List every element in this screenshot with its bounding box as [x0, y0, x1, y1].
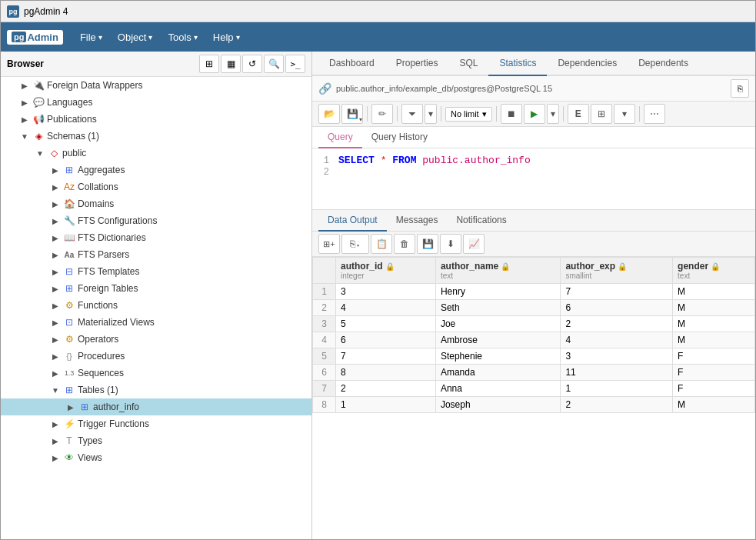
tree-item-fts-templates[interactable]: ▶ ⊟ FTS Templates [1, 263, 311, 280]
cell-author-name[interactable]: Amanda [435, 365, 560, 381]
col-header-gender[interactable]: gender 🔒 text [673, 258, 755, 284]
menu-tools[interactable]: Tools ▾ [160, 28, 205, 46]
cell-author-name[interactable]: Ambrose [435, 332, 560, 348]
btn-filter[interactable]: ⏷ [401, 104, 423, 124]
cell-gender[interactable]: M [673, 300, 755, 316]
tree-item-functions[interactable]: ▶ ⚙ Functions [1, 297, 311, 314]
btn-delete-row[interactable]: 🗑 [394, 234, 415, 254]
cell-author-name[interactable]: Joseph [435, 397, 560, 413]
tree-item-publications[interactable]: ▶ 📢 Publications [1, 111, 311, 128]
cell-gender[interactable]: M [673, 332, 755, 348]
expander-author-info[interactable]: ▶ [65, 402, 76, 412]
btn-more[interactable]: ⋯ [644, 104, 665, 124]
cell-gender[interactable]: F [673, 348, 755, 365]
btn-run[interactable]: ▶ [524, 104, 545, 124]
btn-save[interactable]: 💾▾ [341, 104, 363, 124]
btn-copy-data[interactable]: ⎘▾ [341, 234, 369, 254]
col-header-author-name[interactable]: author_name 🔒 text [435, 258, 560, 284]
expander-fts-parsers[interactable]: ▶ [50, 249, 61, 260]
cell-author-name[interactable]: Seth [435, 300, 560, 316]
menu-help[interactable]: Help ▾ [205, 28, 248, 46]
expander-functions[interactable]: ▶ [50, 300, 61, 311]
expander-views[interactable]: ▶ [50, 452, 61, 463]
cell-author-exp[interactable]: 1 [561, 381, 673, 397]
tree-item-views[interactable]: ▶ 👁 Views [1, 449, 311, 466]
col-header-author-id[interactable]: author_id 🔒 integer [336, 258, 436, 284]
cell-author-id[interactable]: 7 [336, 348, 436, 365]
tab-dependencies[interactable]: Dependencies [547, 52, 628, 76]
tree-item-fts-dicts[interactable]: ▶ 📖 FTS Dictionaries [1, 229, 311, 246]
cell-author-id[interactable]: 3 [336, 284, 436, 300]
query-tab-query[interactable]: Query [318, 127, 362, 148]
browser-btn-search[interactable]: 🔍 [264, 55, 284, 73]
tab-dependents[interactable]: Dependents [628, 52, 699, 76]
tree-item-trigger-functions[interactable]: ▶ ⚡ Trigger Functions [1, 415, 311, 432]
tree-item-aggregates[interactable]: ▶ ⊞ Aggregates [1, 162, 311, 178]
btn-chart[interactable]: 📈 [463, 234, 485, 254]
expander-fts-templates[interactable]: ▶ [50, 266, 61, 277]
btn-stop[interactable]: ⏹ [501, 104, 522, 124]
tree-item-domains[interactable]: ▶ 🏠 Domains [1, 195, 311, 212]
tab-properties[interactable]: Properties [385, 52, 449, 76]
btn-open-folder[interactable]: 📂 [318, 104, 340, 124]
cell-author-exp[interactable]: 6 [561, 300, 673, 316]
tab-statistics[interactable]: Statistics [488, 52, 547, 76]
cell-author-id[interactable]: 1 [336, 397, 436, 413]
tree-item-operators[interactable]: ▶ ⚙ Operators [1, 331, 311, 348]
tab-sql[interactable]: SQL [448, 52, 488, 76]
tree-item-types[interactable]: ▶ T Types [1, 432, 311, 449]
btn-add-row[interactable]: ⊞+ [318, 234, 340, 254]
tree-item-tables[interactable]: ▼ ⊞ Tables (1) [1, 382, 311, 398]
cell-author-id[interactable]: 6 [336, 332, 436, 348]
cell-author-exp[interactable]: 2 [561, 397, 673, 413]
btn-edit[interactable]: ✏ [371, 104, 393, 124]
btn-run-dropdown[interactable]: ▾ [547, 104, 559, 124]
cell-author-id[interactable]: 4 [336, 300, 436, 316]
cell-author-exp[interactable]: 4 [561, 332, 673, 348]
expander-publications[interactable]: ▶ [19, 114, 30, 125]
browser-btn-table[interactable]: ⊞ [199, 55, 219, 73]
btn-filter-dropdown[interactable]: ▾ [425, 104, 437, 124]
cell-author-exp[interactable]: 3 [561, 348, 673, 365]
cell-gender[interactable]: M [673, 284, 755, 300]
sql-editor[interactable]: 1 SELECT * FROM public.author_info 2 [312, 148, 755, 210]
data-tab-messages[interactable]: Messages [387, 210, 448, 232]
tree-item-sequences[interactable]: ▶ 1.3 Sequences [1, 365, 311, 382]
tree-item-foreign-tables[interactable]: ▶ ⊞ Foreign Tables [1, 280, 311, 297]
expander-tables[interactable]: ▼ [50, 385, 61, 395]
limit-select[interactable]: No limit ▾ [445, 107, 492, 122]
expander-foreign-tables[interactable]: ▶ [50, 283, 61, 294]
data-tab-output[interactable]: Data Output [318, 210, 387, 232]
cell-gender[interactable]: M [673, 316, 755, 332]
col-header-author-exp[interactable]: author_exp 🔒 smallint [561, 258, 673, 284]
tree-item-schemas[interactable]: ▼ ◈ Schemas (1) [1, 128, 311, 145]
cell-author-name[interactable]: Henry [435, 284, 560, 300]
expander-aggregates[interactable]: ▶ [50, 165, 61, 175]
data-tab-notifications[interactable]: Notifications [447, 210, 515, 232]
cell-author-id[interactable]: 5 [336, 316, 436, 332]
expander-materialized-views[interactable]: ▶ [50, 317, 61, 328]
expander-sequences[interactable]: ▶ [50, 368, 61, 378]
expander-public[interactable]: ▼ [35, 148, 45, 158]
cell-author-exp[interactable]: 11 [561, 365, 673, 381]
cell-gender[interactable]: F [673, 365, 755, 381]
tree-item-languages[interactable]: ▶ 💬 Languages [1, 94, 311, 111]
cell-author-name[interactable]: Anna [435, 381, 560, 397]
cell-author-exp[interactable]: 2 [561, 316, 673, 332]
tree-item-collations[interactable]: ▶ Az Collations [1, 178, 311, 195]
tree-item-public[interactable]: ▼ ◇ public [1, 145, 311, 162]
tree-item-fts-configs[interactable]: ▶ 🔧 FTS Configurations [1, 212, 311, 229]
btn-explain[interactable]: E [568, 104, 589, 124]
cell-gender[interactable]: F [673, 381, 755, 397]
btn-save-data[interactable]: 💾 [417, 234, 438, 254]
query-tab-history[interactable]: Query History [362, 127, 437, 148]
tab-dashboard[interactable]: Dashboard [318, 52, 385, 76]
expander-languages[interactable]: ▶ [19, 97, 30, 108]
btn-explain-options[interactable]: ▾ [614, 104, 635, 124]
browser-btn-grid[interactable]: ▦ [221, 55, 241, 73]
cell-author-name[interactable]: Stephenie [435, 348, 560, 365]
browser-btn-terminal[interactable]: >_ [285, 55, 305, 73]
expander-trigger-functions[interactable]: ▶ [50, 418, 61, 429]
btn-download[interactable]: ⬇ [440, 234, 461, 254]
expander-domains[interactable]: ▶ [50, 198, 61, 209]
